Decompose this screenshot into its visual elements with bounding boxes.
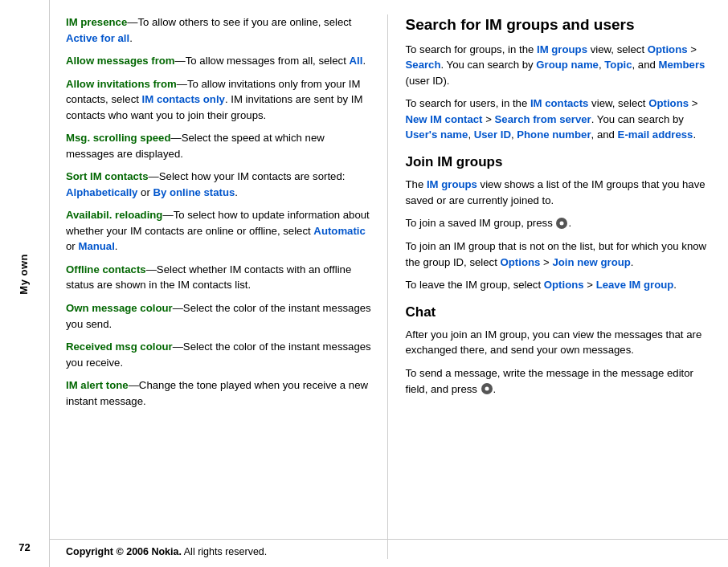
link-manual: Manual [78, 240, 114, 252]
link-phone-number: Phone number [517, 128, 591, 141]
link-options-1: Options [648, 43, 688, 55]
link-active-for-all: Active for all [66, 32, 129, 44]
link-automatic: Automatic [313, 225, 365, 237]
para-sort-im: Sort IM contacts—Select how your IM cont… [66, 169, 373, 200]
term-im-alert: IM alert tone [66, 379, 129, 391]
term-allow-messages: Allow messages from [66, 55, 175, 67]
para-allow-messages: Allow messages from—To allow messages fr… [66, 53, 373, 69]
link-members: Members [658, 59, 705, 71]
link-new-im-contact: New IM contact [406, 113, 483, 125]
para-offline-contacts: Offline contacts—Select whether IM conta… [66, 262, 373, 293]
term-received-msg: Received msg colour [66, 341, 173, 353]
page: My own 72 IM presence—To allow others to… [0, 0, 728, 567]
link-search: Search [406, 59, 441, 71]
link-group-name: Group name [536, 59, 599, 71]
section-title-join: Join IM groups [406, 154, 713, 170]
left-column: IM presence—To allow others to see if yo… [50, 14, 388, 559]
center-button-icon-2 [481, 383, 493, 394]
center-button-icon [556, 218, 567, 229]
para-chat-1: After you join an IM group, you can view… [406, 327, 713, 358]
link-alphabetically: Alphabetically [66, 186, 137, 198]
main-content: IM presence—To allow others to see if yo… [50, 0, 728, 567]
term-im-presence: IM presence [66, 16, 127, 28]
sidebar: My own 72 [0, 0, 50, 567]
right-column: Search for IM groups and users To search… [388, 14, 729, 559]
para-own-message-colour: Own message colour—Select the color of t… [66, 300, 373, 332]
term-availabil: Availabil. reloading [66, 209, 162, 221]
copyright-text: Copyright © 2006 Nokia. All rights reser… [66, 546, 267, 557]
term-offline-contacts: Offline contacts [66, 263, 146, 275]
link-join-new-group: Join new group [552, 256, 630, 268]
link-search-from-server: Search from server [495, 113, 591, 125]
link-leave-im-group: Leave IM group [596, 279, 674, 291]
para-msg-scrolling: Msg. scrolling speed—Select the speed at… [66, 130, 373, 161]
copyright-bold: Copyright © 2006 Nokia. [66, 546, 182, 557]
term-msg-scrolling: Msg. scrolling speed [66, 132, 170, 144]
para-chat-2: To send a message, write the message in … [406, 365, 713, 397]
para-im-alert: IM alert tone—Change the tone played whe… [66, 377, 373, 409]
para-received-msg: Received msg colour—Select the color of … [66, 339, 373, 370]
link-options-4: Options [544, 279, 584, 291]
sidebar-label: My own [17, 254, 32, 295]
term-sort-im: Sort IM contacts [66, 170, 149, 182]
link-users-name: User's name [406, 128, 468, 141]
link-email-address: E-mail address [618, 128, 693, 141]
term-own-message-colour: Own message colour [66, 302, 173, 314]
link-im-groups-1: IM groups [537, 43, 587, 55]
link-all: All [350, 55, 363, 67]
link-by-online-status: By online status [153, 186, 235, 198]
link-im-contacts-only: IM contacts only [142, 93, 225, 105]
link-im-groups-2: IM groups [427, 178, 477, 190]
para-join-saved: To join a saved IM group, press . [406, 215, 713, 231]
para-availabil: Availabil. reloading—To select how to up… [66, 207, 373, 255]
page-number: 72 [18, 540, 30, 556]
para-search-groups: To search for groups, in the IM groups v… [406, 42, 713, 89]
link-im-contacts-1: IM contacts [530, 97, 589, 109]
para-join-new: To join an IM group that is not on the l… [406, 239, 713, 270]
para-leave-group: To leave the IM group, select Options > … [406, 277, 713, 293]
link-user-id: User ID [474, 128, 511, 141]
para-search-users: To search for users, in the IM contacts … [406, 96, 713, 143]
para-join-im-groups-1: The IM groups view shows a list of the I… [406, 177, 713, 208]
section-title-chat: Chat [406, 304, 713, 320]
para-im-presence: IM presence—To allow others to see if yo… [66, 14, 373, 46]
term-allow-invitations: Allow invitations from [66, 78, 177, 90]
para-allow-invitations: Allow invitations from—To allow invitati… [66, 76, 373, 124]
section-title-search: Search for IM groups and users [406, 16, 713, 35]
copyright-rights: All rights reserved. [182, 546, 267, 557]
link-topic: Topic [604, 59, 632, 71]
link-options-3: Options [501, 256, 541, 268]
footer: Copyright © 2006 Nokia. All rights reser… [50, 539, 728, 559]
link-options-2: Options [648, 97, 689, 109]
